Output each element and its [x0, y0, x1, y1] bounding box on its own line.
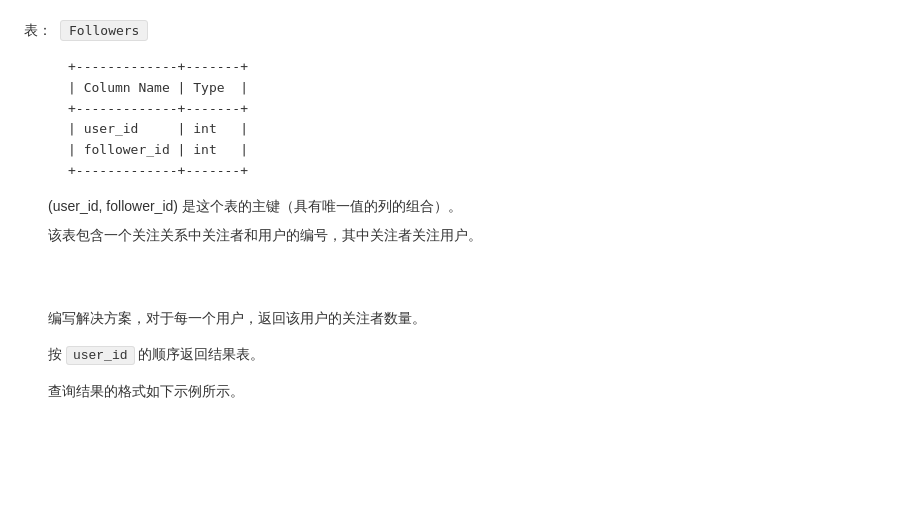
description-primary-key: (user_id, follower_id) 是这个表的主键（具有唯一值的列的组… [48, 194, 890, 219]
format-text: 查询结果的格式如下示例所示。 [48, 377, 890, 405]
table-label: 表： [24, 22, 52, 40]
schema-line4: | user_id | int | [68, 121, 248, 136]
order-prefix: 按 [48, 346, 62, 362]
schema-block: +-------------+-------+ | Column Name | … [68, 57, 890, 182]
schema-line5: | follower_id | int | [68, 142, 248, 157]
schema-line3: +-------------+-------+ [68, 101, 248, 116]
description-block: (user_id, follower_id) 是这个表的主键（具有唯一值的列的组… [48, 194, 890, 248]
table-label-row: 表： Followers [24, 20, 890, 41]
schema-line6: +-------------+-------+ [68, 163, 248, 178]
schema-line2: | Column Name | Type | [68, 80, 248, 95]
order-col-code: user_id [66, 346, 135, 365]
description-details: 该表包含一个关注关系中关注者和用户的编号，其中关注者关注用户。 [48, 223, 890, 248]
order-text: 按 user_id 的顺序返回结果表。 [48, 340, 890, 369]
instructions-block: 编写解决方案，对于每一个用户，返回该用户的关注者数量。 按 user_id 的顺… [48, 304, 890, 405]
table-name-badge: Followers [60, 20, 148, 41]
task-text: 编写解决方案，对于每一个用户，返回该用户的关注者数量。 [48, 304, 890, 332]
order-suffix: 的顺序返回结果表。 [138, 346, 264, 362]
schema-pre: +-------------+-------+ | Column Name | … [68, 57, 890, 182]
section-divider [24, 280, 890, 304]
schema-line1: +-------------+-------+ [68, 59, 248, 74]
